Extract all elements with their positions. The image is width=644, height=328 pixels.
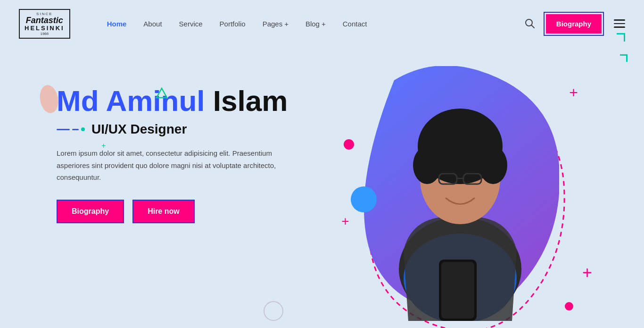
deco-triangle-green — [156, 87, 168, 101]
hire-now-button[interactable]: Hire now — [132, 200, 195, 223]
dash-long — [57, 129, 70, 130]
nav-home[interactable]: Home — [99, 20, 135, 28]
svg-point-10 — [434, 125, 486, 153]
header: SINCE Fantastic HELSINKI 1966 Home About… — [0, 0, 644, 47]
deco-plus-left: + — [341, 215, 349, 228]
svg-rect-15 — [441, 262, 474, 319]
nav-pages[interactable]: Pages + — [254, 20, 297, 28]
nav-contact[interactable]: Contact — [334, 20, 376, 28]
hero-description: Lorem ipsum dolor sit amet, consectetur … — [57, 147, 292, 184]
nav-portfolio[interactable]: Portfolio — [211, 20, 254, 28]
logo[interactable]: SINCE Fantastic HELSINKI 1966 — [19, 9, 70, 39]
deco-pink-dot-large — [344, 139, 354, 150]
person-image — [359, 66, 561, 321]
deco-circle-empty-bottom — [264, 301, 283, 321]
hero-subtitle: UI/UX Designer — [91, 122, 187, 137]
main-nav: Home About Service Portfolio Pages + Blo… — [99, 20, 521, 28]
deco-blue-dot-large — [351, 186, 377, 212]
title-dashes — [57, 127, 85, 131]
nav-about[interactable]: About — [135, 20, 170, 28]
dot-accent — [81, 127, 85, 131]
hero-name: Md Aminul Islam — [57, 85, 348, 117]
deco-cross-green-hero: + — [101, 142, 106, 150]
deco-corner-page-top — [620, 54, 627, 62]
biography-header-button[interactable]: Biography — [546, 14, 602, 34]
svg-marker-16 — [157, 88, 167, 98]
logo-helsinki: HELSINKI — [25, 25, 65, 32]
search-button[interactable] — [521, 15, 538, 32]
blog-plus-icon: + — [322, 20, 326, 28]
nav-blog[interactable]: Blog + — [297, 20, 334, 28]
svg-line-1 — [531, 25, 534, 28]
hamburger-menu-button[interactable] — [614, 19, 625, 28]
hero-image-area: + + + — [348, 71, 587, 328]
biography-button[interactable]: Biography — [57, 200, 124, 223]
deco-plus-bottom-right: + — [582, 264, 592, 281]
dash-short — [72, 129, 79, 130]
pages-plus-icon: + — [284, 20, 289, 28]
header-right: Biography — [521, 14, 625, 34]
deco-pink-dot-bottom — [565, 302, 573, 311]
nav-service[interactable]: Service — [171, 20, 211, 28]
logo-fantastic: Fantastic — [25, 16, 65, 25]
hero-buttons: Biography Hire now — [57, 200, 348, 223]
hero-section: Md Aminul Islam UI/UX Designer Lorem ips… — [0, 47, 644, 328]
hero-text: Md Aminul Islam UI/UX Designer Lorem ips… — [57, 71, 348, 223]
deco-plus-top-right: + — [569, 85, 578, 100]
hero-title-row: UI/UX Designer — [57, 122, 348, 137]
logo-year: 1966 — [25, 32, 65, 36]
